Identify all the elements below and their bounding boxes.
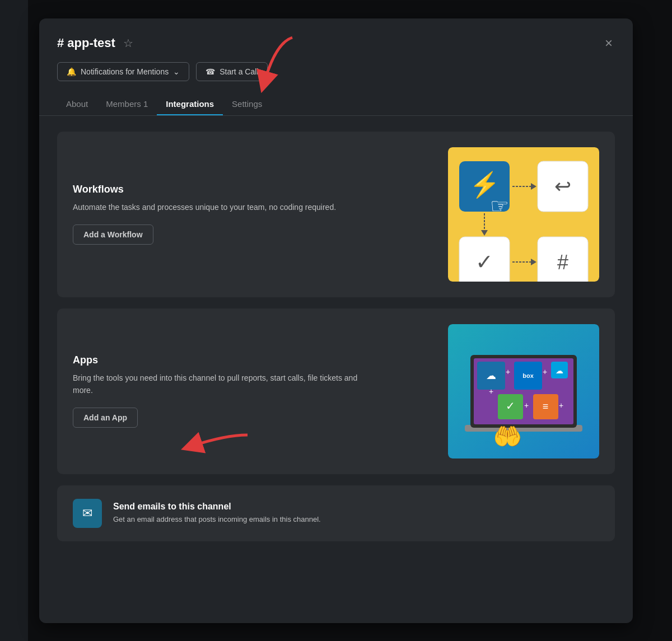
tab-settings[interactable]: Settings: [223, 93, 271, 115]
chevron-down-icon: ⌄: [173, 67, 180, 76]
svg-text:↩: ↩: [554, 175, 571, 198]
svg-text:+: +: [489, 387, 493, 396]
channel-title: # app-test ☆: [57, 36, 133, 50]
tabs-nav: About Members 1 Integrations Settings: [57, 93, 615, 115]
email-icon-box: ✉: [73, 499, 102, 528]
svg-text:+: +: [506, 367, 510, 376]
start-call-label: Start a Call: [220, 67, 258, 76]
modal-body: Workflows Automate the tasks and process…: [39, 116, 633, 623]
bell-icon: 🔔: [67, 67, 76, 76]
start-call-button[interactable]: ☎ Start a Call: [196, 62, 268, 81]
svg-text:+: +: [543, 367, 547, 376]
svg-text:≡: ≡: [543, 401, 549, 412]
apps-card: Apps Bring the tools you need into this …: [57, 308, 615, 474]
workflows-title: Workflows: [73, 184, 448, 195]
header-top: # app-test ☆ ×: [57, 34, 615, 52]
email-icon: ✉: [82, 506, 92, 521]
close-button[interactable]: ×: [603, 34, 615, 52]
workflows-illustration: ⚡ ↩ ✓: [448, 147, 599, 282]
tab-integrations[interactable]: Integrations: [157, 93, 223, 115]
apps-card-content: Apps Bring the tools you need into this …: [73, 324, 448, 458]
svg-text:box: box: [522, 372, 534, 379]
svg-text:✓: ✓: [506, 400, 515, 412]
svg-text:☁: ☁: [486, 370, 496, 381]
header-actions: 🔔 Notifications for Mentions ⌄ ☎ Start a…: [57, 62, 615, 81]
svg-text:#: #: [557, 251, 568, 274]
add-app-button[interactable]: Add an App: [73, 408, 138, 428]
email-card-title: Send emails to this channel: [113, 502, 321, 512]
email-card: ✉ Send emails to this channel Get an ema…: [57, 485, 615, 541]
workflows-card: Workflows Automate the tasks and process…: [57, 132, 615, 297]
notifications-label: Notifications for Mentions: [81, 67, 169, 76]
svg-text:+: +: [559, 401, 563, 410]
apps-svg: ☁ + box + ☁ + ✓: [448, 324, 599, 458]
workflow-svg: ⚡ ↩ ✓: [448, 147, 599, 282]
apps-title: Apps: [73, 354, 448, 366]
svg-text:🤲: 🤲: [493, 423, 522, 451]
phone-icon: ☎: [206, 67, 215, 76]
apps-description: Bring the tools you need into this chann…: [73, 372, 364, 397]
tab-about[interactable]: About: [57, 93, 97, 115]
add-workflow-button[interactable]: Add a Workflow: [73, 224, 153, 245]
workflows-description: Automate the tasks and processes unique …: [73, 201, 364, 213]
apps-illustration: ☁ + box + ☁ + ✓: [448, 324, 599, 458]
svg-text:☞: ☞: [490, 194, 509, 218]
email-card-description: Get an email address that posts incoming…: [113, 514, 321, 525]
svg-text:☁: ☁: [556, 366, 563, 375]
svg-text:+: +: [524, 401, 529, 410]
workflows-card-content: Workflows Automate the tasks and process…: [73, 147, 448, 282]
notifications-button[interactable]: 🔔 Notifications for Mentions ⌄: [57, 62, 189, 81]
svg-text:✓: ✓: [475, 250, 493, 274]
modal-header: # app-test ☆ × 🔔 Notifications for Menti…: [39, 18, 633, 116]
channel-info-modal: # app-test ☆ × 🔔 Notifications for Menti…: [39, 18, 633, 623]
star-icon[interactable]: ☆: [123, 36, 133, 50]
tab-members[interactable]: Members 1: [97, 93, 157, 115]
email-text: Send emails to this channel Get an email…: [113, 502, 321, 525]
channel-name: # app-test: [57, 36, 115, 50]
